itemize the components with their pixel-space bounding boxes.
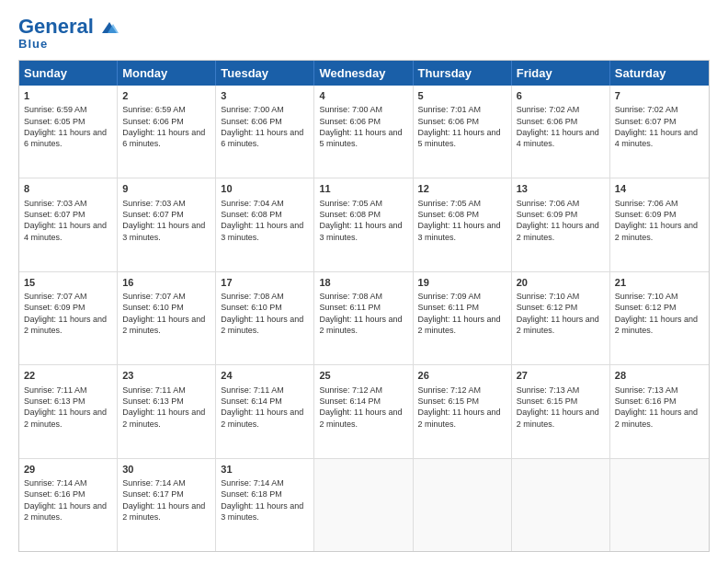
logo: General Blue	[18, 17, 119, 51]
calendar-cell	[512, 459, 610, 551]
day-number: 13	[517, 182, 605, 195]
calendar-cell: 15Sunrise: 7:07 AMSunset: 6:09 PMDayligh…	[19, 272, 118, 364]
calendar: SundayMondayTuesdayWednesdayThursdayFrid…	[18, 60, 710, 552]
calendar-cell: 16Sunrise: 7:07 AMSunset: 6:10 PMDayligh…	[118, 272, 216, 364]
cell-info: Sunrise: 7:00 AMSunset: 6:06 PMDaylight:…	[319, 105, 402, 148]
calendar-cell: 21Sunrise: 7:10 AMSunset: 6:12 PMDayligh…	[610, 272, 709, 364]
calendar-week-2: 8Sunrise: 7:03 AMSunset: 6:07 PMDaylight…	[19, 178, 709, 271]
calendar-cell: 17Sunrise: 7:08 AMSunset: 6:10 PMDayligh…	[216, 272, 314, 364]
calendar-cell	[314, 459, 413, 551]
day-number: 19	[418, 276, 506, 289]
header: General Blue	[18, 17, 710, 51]
calendar-cell: 22Sunrise: 7:11 AMSunset: 6:13 PMDayligh…	[19, 365, 118, 457]
day-number: 17	[221, 276, 309, 289]
cell-info: Sunrise: 7:09 AMSunset: 6:11 PMDaylight:…	[418, 292, 501, 335]
day-number: 12	[418, 182, 506, 195]
day-header-friday: Friday	[512, 61, 610, 86]
cell-info: Sunrise: 7:14 AMSunset: 6:17 PMDaylight:…	[122, 478, 205, 522]
logo-text: General	[18, 17, 119, 37]
calendar-cell: 19Sunrise: 7:09 AMSunset: 6:11 PMDayligh…	[414, 272, 512, 364]
cell-info: Sunrise: 6:59 AMSunset: 6:05 PMDaylight:…	[24, 105, 107, 148]
day-number: 14	[615, 182, 704, 195]
day-header-tuesday: Tuesday	[216, 61, 314, 86]
day-number: 6	[517, 89, 605, 102]
day-number: 16	[122, 276, 210, 289]
logo-general: General	[18, 15, 94, 38]
calendar-cell: 28Sunrise: 7:13 AMSunset: 6:16 PMDayligh…	[610, 365, 709, 457]
day-number: 3	[221, 89, 309, 102]
day-number: 8	[24, 182, 112, 195]
day-number: 31	[221, 463, 309, 476]
cell-info: Sunrise: 7:11 AMSunset: 6:13 PMDaylight:…	[24, 385, 107, 429]
calendar-cell: 8Sunrise: 7:03 AMSunset: 6:07 PMDaylight…	[19, 178, 118, 270]
calendar-cell: 6Sunrise: 7:02 AMSunset: 6:06 PMDaylight…	[512, 86, 610, 178]
day-number: 15	[24, 276, 112, 289]
cell-info: Sunrise: 7:07 AMSunset: 6:10 PMDaylight:…	[122, 292, 205, 335]
cell-info: Sunrise: 7:11 AMSunset: 6:13 PMDaylight:…	[122, 385, 205, 429]
cell-info: Sunrise: 7:03 AMSunset: 6:07 PMDaylight:…	[24, 199, 107, 242]
cell-info: Sunrise: 7:14 AMSunset: 6:16 PMDaylight:…	[24, 478, 107, 522]
cell-info: Sunrise: 7:06 AMSunset: 6:09 PMDaylight:…	[517, 199, 599, 242]
calendar-cell: 13Sunrise: 7:06 AMSunset: 6:09 PMDayligh…	[512, 178, 610, 270]
calendar-week-1: 1Sunrise: 6:59 AMSunset: 6:05 PMDaylight…	[19, 86, 709, 178]
calendar-week-5: 29Sunrise: 7:14 AMSunset: 6:16 PMDayligh…	[19, 459, 709, 551]
cell-info: Sunrise: 7:02 AMSunset: 6:07 PMDaylight:…	[615, 105, 698, 148]
day-header-wednesday: Wednesday	[314, 61, 413, 86]
day-number: 1	[24, 89, 112, 102]
cell-info: Sunrise: 7:13 AMSunset: 6:15 PMDaylight:…	[517, 385, 599, 429]
calendar-cell: 4Sunrise: 7:00 AMSunset: 6:06 PMDaylight…	[314, 86, 413, 178]
calendar-cell	[610, 459, 709, 551]
cell-info: Sunrise: 7:08 AMSunset: 6:11 PMDaylight:…	[319, 292, 402, 335]
cell-info: Sunrise: 7:10 AMSunset: 6:12 PMDaylight:…	[615, 292, 698, 335]
calendar-cell: 26Sunrise: 7:12 AMSunset: 6:15 PMDayligh…	[414, 365, 512, 457]
calendar-cell: 20Sunrise: 7:10 AMSunset: 6:12 PMDayligh…	[512, 272, 610, 364]
calendar-cell: 25Sunrise: 7:12 AMSunset: 6:14 PMDayligh…	[314, 365, 413, 457]
calendar-cell: 5Sunrise: 7:01 AMSunset: 6:06 PMDaylight…	[414, 86, 512, 178]
calendar-cell: 1Sunrise: 6:59 AMSunset: 6:05 PMDaylight…	[19, 86, 118, 178]
calendar-header: SundayMondayTuesdayWednesdayThursdayFrid…	[19, 61, 709, 86]
calendar-cell: 9Sunrise: 7:03 AMSunset: 6:07 PMDaylight…	[118, 178, 216, 270]
day-number: 11	[319, 182, 407, 195]
calendar-cell: 11Sunrise: 7:05 AMSunset: 6:08 PMDayligh…	[314, 178, 413, 270]
logo-blue: Blue	[18, 37, 48, 51]
page: General Blue SundayMondayTuesdayWednesda…	[0, 0, 728, 563]
day-header-monday: Monday	[118, 61, 216, 86]
calendar-cell: 14Sunrise: 7:06 AMSunset: 6:09 PMDayligh…	[610, 178, 709, 270]
calendar-cell: 7Sunrise: 7:02 AMSunset: 6:07 PMDaylight…	[610, 86, 709, 178]
calendar-cell: 18Sunrise: 7:08 AMSunset: 6:11 PMDayligh…	[314, 272, 413, 364]
cell-info: Sunrise: 7:01 AMSunset: 6:06 PMDaylight:…	[418, 105, 501, 148]
day-number: 28	[615, 369, 704, 382]
day-number: 24	[221, 369, 309, 382]
calendar-cell: 29Sunrise: 7:14 AMSunset: 6:16 PMDayligh…	[19, 459, 118, 551]
day-number: 2	[122, 89, 210, 102]
calendar-cell: 24Sunrise: 7:11 AMSunset: 6:14 PMDayligh…	[216, 365, 314, 457]
day-header-saturday: Saturday	[610, 61, 709, 86]
day-number: 30	[122, 463, 210, 476]
day-number: 29	[24, 463, 112, 476]
day-number: 10	[221, 182, 309, 195]
cell-info: Sunrise: 7:03 AMSunset: 6:07 PMDaylight:…	[122, 199, 205, 242]
day-number: 18	[319, 276, 407, 289]
cell-info: Sunrise: 7:07 AMSunset: 6:09 PMDaylight:…	[24, 292, 107, 335]
calendar-cell: 2Sunrise: 6:59 AMSunset: 6:06 PMDaylight…	[118, 86, 216, 178]
calendar-cell: 27Sunrise: 7:13 AMSunset: 6:15 PMDayligh…	[512, 365, 610, 457]
calendar-cell: 3Sunrise: 7:00 AMSunset: 6:06 PMDaylight…	[216, 86, 314, 178]
cell-info: Sunrise: 7:11 AMSunset: 6:14 PMDaylight:…	[221, 385, 303, 429]
day-header-thursday: Thursday	[414, 61, 512, 86]
day-header-sunday: Sunday	[19, 61, 118, 86]
calendar-cell: 30Sunrise: 7:14 AMSunset: 6:17 PMDayligh…	[118, 459, 216, 551]
cell-info: Sunrise: 7:12 AMSunset: 6:14 PMDaylight:…	[319, 385, 402, 429]
day-number: 20	[517, 276, 605, 289]
cell-info: Sunrise: 7:00 AMSunset: 6:06 PMDaylight:…	[221, 105, 303, 148]
calendar-week-3: 15Sunrise: 7:07 AMSunset: 6:09 PMDayligh…	[19, 272, 709, 365]
calendar-body: 1Sunrise: 6:59 AMSunset: 6:05 PMDaylight…	[19, 86, 709, 551]
calendar-cell: 10Sunrise: 7:04 AMSunset: 6:08 PMDayligh…	[216, 178, 314, 270]
day-number: 21	[615, 276, 704, 289]
cell-info: Sunrise: 7:05 AMSunset: 6:08 PMDaylight:…	[319, 199, 402, 242]
calendar-cell: 23Sunrise: 7:11 AMSunset: 6:13 PMDayligh…	[118, 365, 216, 457]
day-number: 25	[319, 369, 407, 382]
cell-info: Sunrise: 6:59 AMSunset: 6:06 PMDaylight:…	[122, 105, 205, 148]
cell-info: Sunrise: 7:08 AMSunset: 6:10 PMDaylight:…	[221, 292, 303, 335]
day-number: 5	[418, 89, 506, 102]
day-number: 26	[418, 369, 506, 382]
